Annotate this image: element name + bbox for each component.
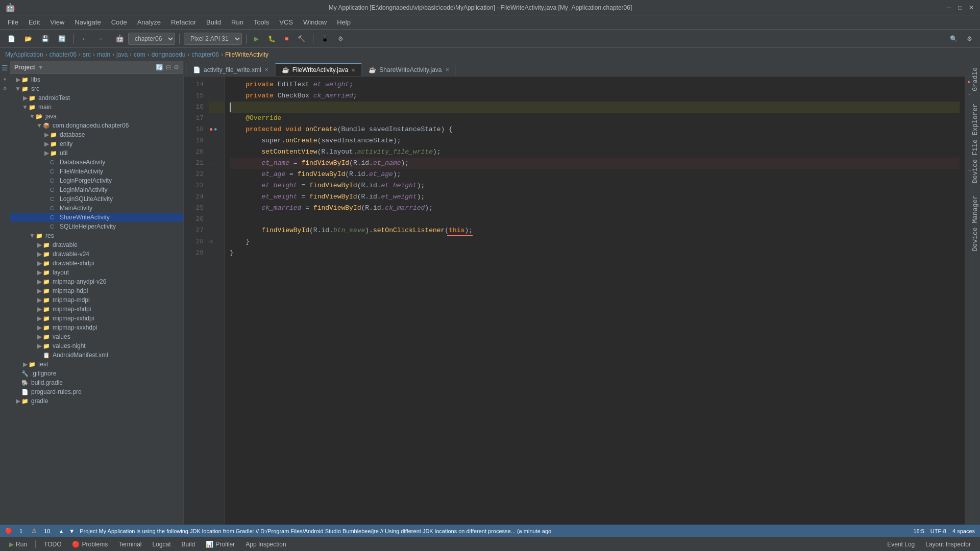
tree-item-sqlitehelperactivity[interactable]: ▶ C SQLiteHelperActivity — [10, 222, 183, 231]
menu-refactor[interactable]: Refactor — [166, 16, 201, 28]
menu-window[interactable]: Window — [298, 16, 332, 28]
bc-chapter06[interactable]: chapter06 — [50, 51, 77, 58]
tree-item-loginforgetactivity[interactable]: ▶ C LoginForgetActivity — [10, 176, 183, 185]
tree-item-databaseactivity[interactable]: ▶ C DatabaseActivity — [10, 158, 183, 167]
sidebar-bookmark-icon[interactable]: ★ — [3, 76, 7, 82]
bc-src[interactable]: src — [83, 51, 91, 58]
project-gear-icon[interactable]: ⚙ — [174, 64, 179, 71]
tree-item-values[interactable]: ▶ 📁 values — [10, 332, 183, 341]
toolbar-save[interactable]: 💾 — [38, 33, 53, 44]
toolbar-back[interactable]: ← — [78, 33, 91, 44]
project-sync-icon[interactable]: 🔄 — [156, 64, 163, 71]
tree-item-values-night[interactable]: ▶ 📁 values-night — [10, 341, 183, 350]
toolbar-settings[interactable]: ⚙ — [963, 33, 976, 44]
device-manager-label[interactable]: Device Manager — [972, 189, 980, 257]
bc-dongnaoedu[interactable]: dongnaoedu — [152, 51, 186, 58]
menu-run[interactable]: Run — [226, 16, 249, 28]
project-expand-icon[interactable]: ▼ — [38, 64, 44, 71]
event-log-button[interactable]: Event Log — [883, 539, 919, 549]
toolbar-debug-btn[interactable]: 🐛 — [264, 33, 279, 44]
tree-item-gitignore[interactable]: ▶ 🔧 .gitignore — [10, 369, 183, 378]
todo-button[interactable]: TODO — [40, 539, 65, 549]
bc-filewriteactivity[interactable]: FileWriteActivity — [225, 51, 268, 58]
tree-item-main[interactable]: ▼ 📁 main — [10, 103, 183, 112]
device-file-explorer-label[interactable]: Device File Explorer — [972, 97, 980, 189]
scroll-indicator[interactable]: ▶ ─ ─ — [965, 77, 972, 524]
menu-edit[interactable]: Edit — [23, 16, 45, 28]
tree-item-util[interactable]: ▶ 📁 util — [10, 148, 183, 158]
tree-item-database[interactable]: ▶ 📁 database — [10, 130, 183, 139]
tree-item-test[interactable]: ▶ 📁 test — [10, 360, 183, 369]
app-inspection-button[interactable]: App Inspection — [241, 539, 290, 549]
run-button[interactable]: ▶ Run — [5, 539, 31, 549]
indent[interactable]: 4 spaces — [952, 528, 975, 534]
tree-item-src[interactable]: ▼ 📁 src — [10, 84, 183, 93]
bc-myapplication[interactable]: MyApplication — [5, 51, 43, 58]
branch-selector[interactable]: chapter06 — [128, 33, 175, 45]
scroll-down-status[interactable]: ▼ — [69, 528, 75, 534]
tree-item-mipmap-xxxhdpi[interactable]: ▶ 📁 mipmap-xxxhdpi — [10, 323, 183, 332]
tree-item-java[interactable]: ▼ 📂 java — [10, 112, 183, 121]
tree-item-mipmap-anydpi[interactable]: ▶ 📁 mipmap-anydpi-v26 — [10, 277, 183, 286]
bc-main[interactable]: main — [97, 51, 110, 58]
tree-item-drawable-xhdpi[interactable]: ▶ 📁 drawable-xhdpi — [10, 259, 183, 268]
tree-item-loginmainactivity[interactable]: ▶ C LoginMainActivity — [10, 185, 183, 194]
toolbar-open[interactable]: 📂 — [21, 33, 36, 44]
tree-item-drawable-v24[interactable]: ▶ 📁 drawable-v24 — [10, 249, 183, 259]
close-button[interactable]: ✕ — [968, 4, 975, 11]
tree-item-drawable[interactable]: ▶ 📁 drawable — [10, 240, 183, 249]
sidebar-project-icon[interactable]: ☰ — [2, 64, 8, 72]
build-button[interactable]: Build — [178, 539, 200, 549]
menu-help[interactable]: Help — [332, 16, 356, 28]
tree-item-mipmap-xxhdpi[interactable]: ▶ 📁 mipmap-xxhdpi — [10, 314, 183, 323]
tree-item-res[interactable]: ▼ 📁 res — [10, 231, 183, 240]
encoding[interactable]: UTF-8 — [930, 528, 946, 534]
toolbar-search[interactable]: 🔍 — [946, 33, 961, 44]
window-controls[interactable]: ─ □ ✕ — [945, 4, 975, 11]
problems-button[interactable]: 🔴 Problems — [68, 539, 112, 549]
tree-item-mipmap-xhdpi[interactable]: ▶ 📁 mipmap-xhdpi — [10, 305, 183, 314]
tab-sharewrite-activity[interactable]: ☕ ShareWriteActivity.java ✕ — [362, 63, 455, 76]
menu-file[interactable]: File — [3, 16, 23, 28]
tree-item-androidmanifest[interactable]: ▶ 📋 AndroidManifest.xml — [10, 350, 183, 360]
tree-item-sharewriteactivity[interactable]: ▶ C ShareWriteActivity — [10, 213, 183, 222]
tree-item-filewriteactivity[interactable]: ▶ C FileWriteActivity — [10, 167, 183, 176]
gradle-panel-label[interactable]: Gradle — [972, 61, 980, 97]
tree-item-mainactivity[interactable]: ▶ C MainActivity — [10, 204, 183, 213]
sidebar-settings-icon[interactable]: ⚙ — [3, 85, 7, 92]
tab-xml-close[interactable]: ✕ — [264, 67, 268, 72]
tree-item-enity[interactable]: ▶ 📁 enity — [10, 139, 183, 148]
menu-navigate[interactable]: Navigate — [69, 16, 106, 28]
tree-item-mipmap-hdpi[interactable]: ▶ 📁 mipmap-hdpi — [10, 286, 183, 295]
menu-analyze[interactable]: Analyze — [132, 16, 166, 28]
layout-inspector-button[interactable]: Layout Inspector — [921, 539, 975, 549]
toolbar-build-btn[interactable]: 🔨 — [294, 33, 309, 44]
tab-java-close[interactable]: ✕ — [351, 67, 355, 73]
bc-chapter06-2[interactable]: chapter06 — [192, 51, 219, 58]
scroll-up-status[interactable]: ▲ — [58, 528, 64, 534]
bc-java[interactable]: java — [116, 51, 128, 58]
toolbar-run-btn[interactable]: ▶ — [251, 33, 262, 44]
maximize-button[interactable]: □ — [957, 4, 964, 11]
tree-item-buildgradle[interactable]: ▶ 🐘 build.gradle — [10, 378, 183, 387]
toolbar-stop-btn[interactable]: ■ — [281, 33, 292, 44]
tree-item-libs[interactable]: ▶ 📁 libs — [10, 75, 183, 84]
terminal-button[interactable]: Terminal — [114, 539, 145, 549]
tree-item-loginsqliteactivity[interactable]: ▶ C LoginSQLiteActivity — [10, 194, 183, 204]
project-collapse-icon[interactable]: ⊟ — [166, 64, 171, 71]
menu-code[interactable]: Code — [106, 16, 132, 28]
toolbar-forward[interactable]: → — [93, 33, 107, 44]
minimize-button[interactable]: ─ — [945, 4, 952, 11]
tree-item-androidtest[interactable]: ▶ 📁 androidTest — [10, 93, 183, 103]
tab-activity-file-write-xml[interactable]: 📄 activity_file_write.xml ✕ — [186, 63, 275, 76]
tree-item-layout[interactable]: ▶ 📁 layout — [10, 268, 183, 277]
tree-item-proguard[interactable]: ▶ 📄 proguard-rules.pro — [10, 387, 183, 396]
tab-sharewrite-close[interactable]: ✕ — [445, 67, 449, 72]
cursor-position[interactable]: 16:5 — [913, 528, 924, 534]
menu-vcs[interactable]: VCS — [274, 16, 298, 28]
bc-com[interactable]: com — [134, 51, 145, 58]
profiler-button[interactable]: 📊 Profiler — [202, 539, 239, 549]
tree-item-package[interactable]: ▼ 📦 com.dongnaoedu.chapter06 — [10, 121, 183, 130]
tree-item-gradle-folder[interactable]: ▶ 📁 gradle — [10, 396, 183, 406]
tree-item-mipmap-mdpi[interactable]: ▶ 📁 mipmap-mdpi — [10, 295, 183, 305]
